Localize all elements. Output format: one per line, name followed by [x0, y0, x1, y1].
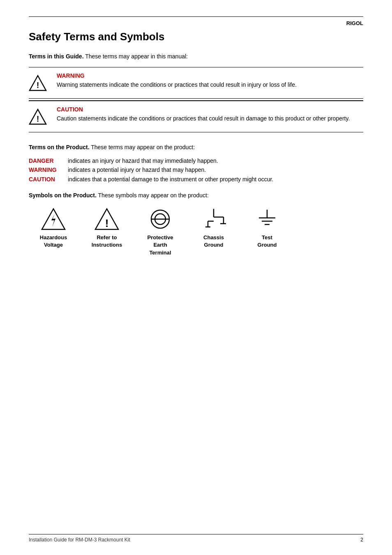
top-rule [29, 16, 363, 17]
svg-text:!: ! [37, 114, 39, 123]
page: RIGOL Safety Terms and Symbols Terms in … [0, 0, 392, 555]
caution-label: CAUTION [57, 106, 363, 113]
table-row: DANGER indicates an injury or hazard tha… [29, 156, 363, 165]
symbols-intro: Symbols on the Product. These symbols ma… [29, 192, 363, 199]
warning-label: WARNING [57, 72, 363, 79]
warning-content: WARNING Warning statements indicate the … [57, 72, 363, 89]
test-ground-icon [253, 207, 281, 231]
protective-earth-label: ProtectiveEarthTerminal [148, 234, 173, 257]
chassis-ground-label: ChassisGround [203, 234, 224, 249]
warning-icon: ! [29, 72, 49, 93]
svg-text:!: ! [37, 81, 39, 90]
caution-content: CAUTION Caution statements indicate the … [57, 106, 363, 123]
refer-instructions-label: Refer toInstructions [92, 234, 122, 249]
table-row: CAUTION indicates that a potential damag… [29, 175, 363, 184]
footer: Installation Guide for RM-DM-3 Rackmount… [29, 534, 363, 543]
test-ground-label: TestGround [258, 234, 277, 249]
caution-block: ! CAUTION Caution statements indicate th… [29, 101, 363, 132]
symbol-hazardous-voltage: HazardousVoltage [29, 207, 78, 249]
symbol-test-ground: TestGround [242, 207, 292, 249]
hazardous-voltage-icon [39, 207, 68, 231]
warning-key: WARNING [29, 165, 60, 174]
danger-key: DANGER [29, 156, 60, 165]
symbol-chassis-ground: ChassisGround [189, 207, 238, 249]
caution-icon: ! [29, 106, 49, 127]
warning-block: ! WARNING Warning statements indicate th… [29, 67, 363, 98]
product-terms-table: DANGER indicates an injury or hazard tha… [29, 156, 363, 184]
danger-desc: indicates an injury or hazard that may i… [68, 156, 218, 165]
footer-text: Installation Guide for RM-DM-3 Rackmount… [29, 537, 130, 543]
svg-text:!: ! [105, 217, 109, 229]
page-title: Safety Terms and Symbols [29, 30, 363, 43]
chassis-ground-icon [199, 207, 228, 231]
caution-key: CAUTION [29, 175, 60, 184]
symbols-row: HazardousVoltage ! Refer toInstructions [29, 207, 363, 257]
caution-text: Caution statements indicate the conditio… [57, 114, 363, 123]
brand-label: RIGOL [29, 20, 363, 26]
protective-earth-icon [146, 207, 175, 231]
symbol-refer-to-instructions: ! Refer toInstructions [82, 207, 131, 249]
caution-product-desc: indicates that a potential damage to the… [68, 175, 273, 184]
terms-product-intro: Terms on the Product. These terms may ap… [29, 144, 363, 150]
warning-product-desc: indicates a potential injury or hazard t… [68, 165, 206, 174]
terms-guide-intro: Terms in this Guide. These terms may app… [29, 53, 363, 60]
hazardous-voltage-label: HazardousVoltage [40, 234, 67, 249]
refer-instructions-icon: ! [92, 207, 121, 231]
symbol-protective-earth: ProtectiveEarthTerminal [136, 207, 185, 257]
warning-text: Warning statements indicate the conditio… [57, 81, 363, 89]
table-row: WARNING indicates a potential injury or … [29, 165, 363, 174]
footer-page: 2 [360, 537, 363, 543]
